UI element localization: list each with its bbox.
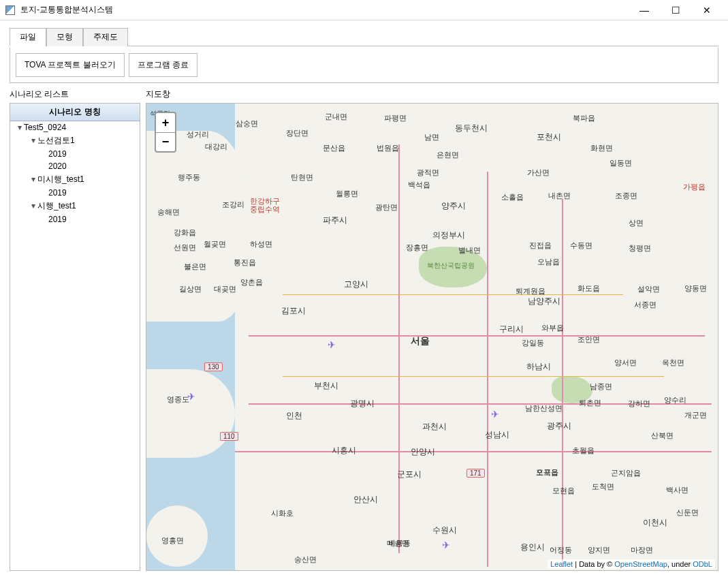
map-label: 백석읍 — [408, 180, 430, 190]
leaflet-link[interactable]: Leaflet — [550, 560, 573, 568]
map-label: 성거리 — [187, 129, 209, 140]
map-label: 별내면 — [458, 245, 481, 255]
tab-model[interactable]: 모형 — [46, 28, 83, 46]
chevron-down-icon[interactable]: ▾ — [29, 201, 37, 211]
map-label: 수동면 — [570, 240, 592, 251]
map-label: 선원면 — [174, 243, 196, 253]
map-pane-title: 지도창 — [146, 89, 718, 100]
tree-root[interactable]: ▾Test5_0924 — [10, 121, 140, 134]
map-label: 백사면 — [666, 485, 689, 495]
map-label: 남면 — [424, 132, 439, 142]
load-project-button[interactable]: TOVA 프로젝트 불러오기 — [16, 53, 125, 77]
map-label: 화현면 — [590, 143, 613, 153]
map-label: 청평면 — [629, 243, 651, 253]
airport-icon: ✈ — [442, 540, 450, 550]
map-label: 서울 — [411, 335, 430, 347]
exit-program-button[interactable]: 프로그램 종료 — [129, 53, 197, 77]
chevron-down-icon[interactable]: ▾ — [29, 136, 37, 145]
map-label: 용인시 — [520, 542, 545, 553]
map-label: 시화호 — [271, 508, 294, 518]
app-icon — [5, 5, 15, 15]
chevron-down-icon[interactable]: ▾ — [16, 123, 24, 132]
map-label: 장흥면 — [406, 243, 428, 253]
map-label: 영종도 — [167, 394, 189, 405]
chevron-down-icon[interactable]: ▾ — [29, 174, 37, 184]
airport-icon: ✈ — [328, 339, 336, 350]
map-label: 광탄면 — [375, 202, 398, 213]
map-label: 하남시 — [526, 361, 551, 373]
map-label: 양수리 — [664, 395, 686, 405]
map-label: 하성면 — [250, 239, 272, 249]
map-label: 문산읍 — [323, 143, 345, 153]
map-label: 양동면 — [684, 283, 707, 294]
close-button[interactable]: ✕ — [691, 0, 723, 20]
map-label: 은현면 — [437, 150, 459, 160]
map-label: 서종면 — [634, 300, 656, 310]
map-label: 월롱면 — [336, 189, 358, 199]
tree-leaf[interactable]: 2020 — [10, 160, 140, 172]
map-label: 과천시 — [422, 421, 447, 433]
tab-file[interactable]: 파일 — [10, 28, 46, 46]
map-label: 이천시 — [643, 517, 667, 529]
map-label: 조안면 — [577, 335, 600, 345]
map-label: 행주동 — [178, 172, 200, 183]
tree-leaf[interactable]: 2019 — [10, 148, 140, 160]
map-label: 퇴촌면 — [579, 398, 601, 408]
map-label: 영흥면 — [161, 535, 184, 546]
zoom-control: + − — [155, 112, 176, 153]
map-label: 진접읍 — [529, 240, 552, 251]
osm-link[interactable]: OpenStreetMap — [614, 560, 667, 568]
map-label: 상면 — [629, 218, 644, 228]
route-badge: 110 — [220, 432, 238, 441]
map-label: 북한산국립공원 — [427, 262, 475, 269]
zoom-out-button[interactable]: − — [156, 132, 175, 151]
map-label: 안양시 — [411, 446, 435, 458]
map-label: 송해면 — [157, 207, 180, 217]
tree-node[interactable]: ▾시행_test1 — [10, 199, 140, 213]
map-label: 장단면 — [286, 128, 308, 138]
minimize-button[interactable]: — — [629, 0, 660, 20]
map-label: 와부읍 — [541, 323, 564, 333]
map-label: 파주시 — [323, 215, 347, 226]
maximize-button[interactable]: ☐ — [660, 0, 691, 20]
map-label: 조종면 — [615, 191, 637, 201]
tab-theme[interactable]: 주제도 — [83, 28, 128, 46]
scenario-tree[interactable]: 시나리오 명칭 ▾Test5_0924 ▾노선검토1 2019 2020 ▾미시… — [10, 103, 140, 571]
tree-leaf[interactable]: 2019 — [10, 187, 140, 199]
map-label: 양지면 — [588, 545, 610, 555]
map-label: 파평면 — [384, 113, 407, 123]
map-label: 도척면 — [592, 482, 614, 492]
map-label: 강화읍 — [174, 228, 196, 238]
map-label: 화도읍 — [577, 283, 600, 294]
map-label: 고양시 — [344, 279, 368, 290]
map-label: 설악면 — [637, 284, 660, 294]
map-label: 양주시 — [441, 200, 466, 212]
tree-node[interactable]: ▾미시행_test1 — [10, 172, 140, 187]
tree-node[interactable]: ▾노선검토1 — [10, 134, 140, 148]
map-label: 포천시 — [537, 131, 561, 143]
map-label: 성남시 — [485, 429, 509, 441]
odbl-link[interactable]: ODbL — [693, 560, 712, 568]
map-label: 길상면 — [179, 284, 202, 294]
map-label: 군포시 — [397, 469, 422, 480]
map-label: 송산면 — [294, 555, 317, 565]
map-label: 광명시 — [350, 398, 375, 409]
tree-leaf[interactable]: 2019 — [10, 213, 140, 226]
map-label: 양촌읍 — [240, 277, 263, 288]
tree-header[interactable]: 시나리오 명칭 — [10, 104, 140, 121]
map-view[interactable]: + − 130 1 — [146, 103, 718, 571]
map-label: 구리시 — [499, 324, 524, 335]
map-label: 매송면 — [387, 538, 409, 548]
map-label: 강하면 — [628, 399, 650, 409]
map-label: 탄현면 — [291, 172, 313, 183]
map-label: 내촌면 — [548, 191, 571, 201]
map-label: 인천 — [286, 410, 302, 422]
zoom-in-button[interactable]: + — [156, 113, 175, 132]
map-label: 시흥시 — [332, 445, 356, 456]
map-label: 수원시 — [432, 525, 457, 536]
map-label: 대곶면 — [214, 284, 236, 294]
map-label: 가산면 — [527, 168, 550, 178]
map-label: 대강리 — [205, 142, 227, 152]
map-label: 군내면 — [325, 112, 347, 122]
map-label: 오포읍 — [536, 467, 558, 478]
